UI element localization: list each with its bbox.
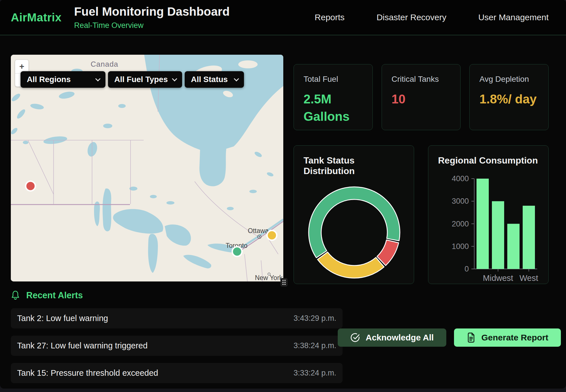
tank-status-card: Tank Status Distribution (294, 145, 414, 284)
bay-island (238, 60, 258, 68)
bar (492, 201, 504, 269)
bar (477, 179, 489, 269)
alert-time: 3:43:29 p.m. (294, 314, 336, 323)
svg-text:0: 0 (465, 265, 469, 273)
bell-icon (11, 290, 20, 301)
acknowledge-all-button[interactable]: Acknowledge All (338, 328, 446, 347)
filter-fuel-types-select[interactable]: All Fuel Types (108, 71, 182, 88)
donut-chart-title: Tank Status Distribution (304, 155, 404, 176)
alert-text: Tank 27: Low fuel warning triggered (17, 341, 148, 350)
city-label-ottawa: Ottawa (248, 227, 269, 234)
alert-text: Tank 2: Low fuel warning (17, 314, 108, 323)
stat-cards: Total Fuel 2.5M Gallons Critical Tanks 1… (294, 64, 549, 130)
nav-reports[interactable]: Reports (315, 13, 345, 22)
country-label: Canada (91, 60, 118, 68)
filter-regions-select[interactable]: All Regions (21, 71, 105, 88)
regional-consumption-bar-chart: 01000200030004000MidwestWest (428, 146, 548, 284)
chevron-down-icon (172, 76, 177, 81)
nav-user-management[interactable]: User Management (478, 13, 549, 22)
alert-actions: Acknowledge All Generate Report (338, 328, 561, 347)
donut-segment-red (377, 240, 399, 266)
svg-text:4000: 4000 (452, 174, 469, 183)
map-marker-toronto[interactable] (232, 247, 242, 256)
stat-value: 2.5M Gallons (304, 91, 363, 125)
right-column: Total Fuel 2.5M Gallons Critical Tanks 1… (294, 55, 549, 284)
page-title: Fuel Monitoring Dashboard (74, 5, 230, 19)
generate-report-button[interactable]: Generate Report (454, 328, 561, 347)
alert-time: 3:38:24 p.m. (294, 341, 336, 350)
document-icon (467, 332, 476, 343)
svg-text:3000: 3000 (452, 197, 469, 205)
alert-text: Tank 15: Pressure threshold exceeded (17, 368, 158, 378)
map-marker-ottawa[interactable] (267, 230, 277, 240)
recent-alerts-section: Recent Alerts Tank 2: Low fuel warning 3… (0, 284, 566, 383)
resize-drag-handle-icon[interactable] (280, 278, 288, 287)
svg-text:Midwest: Midwest (483, 273, 513, 283)
filter-fuel-types-label: All Fuel Types (114, 75, 168, 84)
chart-cards: Tank Status Distribution Regional Consum… (294, 145, 549, 284)
title-block: Fuel Monitoring Dashboard Real-Time Over… (74, 5, 230, 30)
main-content: Canada Ottawa Toronto New York + (0, 35, 566, 284)
alerts-title: Recent Alerts (26, 290, 83, 301)
generate-report-label: Generate Report (481, 333, 548, 342)
nav-disaster-recovery[interactable]: Disaster Recovery (376, 13, 446, 22)
alert-row: Tank 15: Pressure threshold exceeded 3:3… (11, 363, 343, 383)
check-circle-icon (350, 333, 360, 342)
brand-logo: AirMatrix (11, 11, 62, 24)
stat-value: 1.8%/ day (479, 91, 539, 108)
alert-time: 3:33:24 p.m. (294, 369, 336, 377)
header: AirMatrix Fuel Monitoring Dashboard Real… (0, 0, 566, 35)
alert-row: Tank 2: Low fuel warning 3:43:29 p.m. (11, 308, 343, 328)
bar (507, 224, 520, 269)
dashboard-window: AirMatrix Fuel Monitoring Dashboard Real… (0, 0, 566, 389)
page-subtitle: Real-Time Overview (74, 21, 230, 30)
main-nav: Reports Disaster Recovery User Managemen… (315, 13, 549, 22)
stat-critical-tanks: Critical Tanks 10 (382, 64, 461, 130)
bar (523, 206, 535, 269)
city-label-new-york: New York (255, 274, 283, 281)
alerts-header: Recent Alerts (11, 290, 549, 301)
stat-total-fuel: Total Fuel 2.5M Gallons (294, 64, 373, 130)
filter-regions-label: All Regions (27, 75, 71, 84)
chevron-down-icon (95, 76, 100, 81)
regional-consumption-card: Regional Consumption 01000200030004000Mi… (428, 145, 549, 284)
svg-text:West: West (520, 273, 538, 283)
alert-row: Tank 27: Low fuel warning triggered 3:38… (11, 336, 343, 356)
map-marker-west[interactable] (26, 181, 35, 191)
alert-list: Tank 2: Low fuel warning 3:43:29 p.m. Ta… (11, 308, 343, 383)
stat-label: Total Fuel (304, 75, 363, 84)
chevron-down-icon (234, 76, 239, 81)
map-canvas[interactable]: Canada Ottawa Toronto New York + (11, 55, 283, 281)
filter-status-label: All Status (191, 75, 228, 84)
svg-text:1000: 1000 (452, 242, 469, 251)
tank-status-donut-chart (306, 184, 403, 281)
donut-segment-yellow (317, 252, 384, 278)
filter-status-select[interactable]: All Status (185, 71, 244, 88)
stat-label: Critical Tanks (392, 75, 451, 84)
acknowledge-all-label: Acknowledge All (366, 333, 434, 342)
svg-text:2000: 2000 (452, 220, 469, 228)
canada-map[interactable]: Canada Ottawa Toronto New York (11, 55, 283, 281)
stat-label: Avg Depletion (479, 75, 539, 84)
map-panel: Canada Ottawa Toronto New York + (11, 55, 283, 281)
map-filters: All Regions All Fuel Types All Status (21, 71, 244, 88)
stat-avg-depletion: Avg Depletion 1.8%/ day (469, 64, 549, 130)
stat-value: 10 (392, 91, 451, 108)
